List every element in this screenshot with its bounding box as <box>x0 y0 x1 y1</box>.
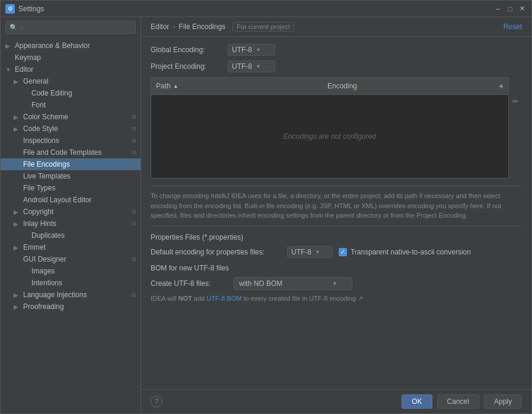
sidebar-item-intentions[interactable]: Intentions <box>1 277 141 289</box>
sidebar-item-proofreading[interactable]: ▶ Proofreading <box>1 301 141 313</box>
table-col-path: Path ▲ <box>151 81 323 91</box>
pencil-icon[interactable]: ✏ <box>511 96 520 107</box>
sidebar-item-color-scheme[interactable]: ▶ Color Scheme ⧉ <box>1 111 141 123</box>
sidebar-item-code-editing[interactable]: Code Editing <box>1 87 141 99</box>
sidebar-item-label: Language Injections <box>23 291 87 299</box>
sidebar-item-android-layout[interactable]: Android Layout Editor <box>1 194 141 206</box>
dropdown-arrow-icon: ▼ <box>256 47 261 53</box>
note-suffix: to every created file in UTF-8 encoding … <box>241 295 363 302</box>
sidebar-item-code-style[interactable]: ▶ Code Style ⧉ <box>1 123 141 135</box>
sidebar-item-emmet[interactable]: ▶ Emmet <box>1 241 141 253</box>
transparent-checkbox[interactable]: ✓ <box>339 248 347 256</box>
info-text: To change encoding IntelliJ IDEA uses fo… <box>151 186 522 226</box>
sidebar-item-inspections[interactable]: Inspections ⧉ <box>1 135 141 147</box>
global-encoding-row: Global Encoding: UTF-8 ▼ <box>151 44 522 56</box>
bom-link[interactable]: UTF-8 BOM <box>206 295 241 302</box>
dropdown-arrow-icon: ▼ <box>332 281 337 286</box>
sidebar-item-label: Copyright <box>23 208 53 216</box>
note-prefix: IDEA will <box>151 295 178 302</box>
copy-icon: ⧉ <box>132 208 136 215</box>
encoding-table-container: Path ▲ Encoding + Encodings are not c <box>151 77 522 186</box>
minimize-button[interactable]: ─ <box>493 4 503 14</box>
ok-button[interactable]: OK <box>402 394 432 409</box>
sidebar-item-label: Duplicates <box>31 231 65 240</box>
sidebar-item-file-types[interactable]: File Types <box>1 182 141 194</box>
table-header: Path ▲ Encoding + <box>151 78 508 95</box>
sidebar-item-gui-designer[interactable]: GUI Designer ⧉ <box>1 253 141 265</box>
footer: ? OK Cancel Apply <box>141 389 531 413</box>
sidebar-item-label: Keymap <box>15 53 41 62</box>
sidebar-item-keymap[interactable]: Keymap <box>1 52 141 63</box>
project-badge: For current project <box>232 22 294 31</box>
copy-icon: ⧉ <box>132 291 136 298</box>
expand-icon: ▶ <box>14 292 22 298</box>
sidebar-item-font[interactable]: Font <box>1 99 141 111</box>
expand-icon: ▶ <box>5 43 14 49</box>
cancel-button[interactable]: Cancel <box>437 394 479 409</box>
panel-body: Global Encoding: UTF-8 ▼ Project Encodin… <box>141 37 531 389</box>
sidebar-item-editor[interactable]: ▼ Editor <box>1 63 141 75</box>
search-box[interactable]: 🔍 <box>5 21 136 34</box>
sidebar-item-label: Android Layout Editor <box>23 196 91 204</box>
encoding-label: Encoding <box>327 82 357 90</box>
sidebar-item-language-injections[interactable]: ▶ Language Injections ⧉ <box>1 289 141 301</box>
sidebar-item-inlay-hints[interactable]: ▶ Inlay Hints ⧉ <box>1 218 141 230</box>
reset-button[interactable]: Reset <box>504 23 522 31</box>
sidebar-item-live-templates[interactable]: Live Templates <box>1 170 141 182</box>
expand-icon: ▶ <box>14 304 22 310</box>
title-bar: ⚙ Settings ─ □ ✕ <box>1 1 531 17</box>
sidebar-item-label: Proofreading <box>23 302 64 311</box>
expand-icon: ▶ <box>14 209 22 215</box>
project-encoding-row: Project Encoding: UTF-8 ▼ <box>151 60 522 72</box>
sidebar-item-label: Code Style <box>23 125 58 133</box>
copy-icon: ⧉ <box>132 161 136 168</box>
maximize-button[interactable]: □ <box>505 4 515 14</box>
sidebar-item-general[interactable]: ▶ General <box>1 75 141 87</box>
global-encoding-dropdown[interactable]: UTF-8 ▼ <box>228 44 275 56</box>
sidebar-item-label: Code Editing <box>31 89 72 97</box>
sidebar-item-appearance[interactable]: ▶ Appearance & Behavior <box>1 40 141 52</box>
sidebar-item-duplicates[interactable]: Duplicates <box>1 230 141 241</box>
expand-icon: ▶ <box>14 244 22 251</box>
dropdown-arrow-icon: ▼ <box>256 63 261 69</box>
copy-icon: ⧉ <box>132 137 136 144</box>
project-encoding-dropdown[interactable]: UTF-8 ▼ <box>228 60 275 72</box>
bom-note: IDEA will NOT add UTF-8 BOM to every cre… <box>151 295 522 302</box>
encoding-table: Path ▲ Encoding + Encodings are not c <box>151 77 509 179</box>
main-content: 🔍 ▶ Appearance & Behavior Keymap ▼ Edito… <box>1 17 531 413</box>
sidebar-item-file-encodings[interactable]: File Encodings ⧉ <box>1 158 141 170</box>
expand-icon: ▶ <box>14 221 22 227</box>
sidebar-item-copyright[interactable]: ▶ Copyright ⧉ <box>1 206 141 218</box>
sidebar-item-label: Intentions <box>31 279 62 287</box>
global-encoding-value: UTF-8 <box>232 46 252 54</box>
empty-table-text: Encodings are not configured <box>283 132 376 141</box>
search-icon: 🔍 <box>9 24 18 31</box>
transparent-checkbox-label: Transparent native-to-ascii conversion <box>351 248 471 256</box>
sidebar-item-label: Font <box>31 101 46 109</box>
bom-row: Create UTF-8 files: with NO BOM ▼ <box>151 277 522 290</box>
copy-icon: ⧉ <box>132 113 136 120</box>
properties-encoding-dropdown[interactable]: UTF-8 ▼ <box>287 246 333 258</box>
expand-icon: ▼ <box>5 66 14 73</box>
note-not: NOT <box>178 295 192 302</box>
copy-icon: ⧉ <box>132 149 136 156</box>
sidebar-item-images[interactable]: Images <box>1 265 141 277</box>
note-middle: add <box>192 295 206 302</box>
right-panel: Editor › File Encodings For current proj… <box>141 17 531 413</box>
sidebar-item-file-code-templates[interactable]: File and Code Templates ⧉ <box>1 147 141 158</box>
sidebar-item-label: Images <box>31 267 55 275</box>
path-label: Path <box>156 82 171 90</box>
table-col-encoding: Encoding <box>323 81 494 91</box>
global-encoding-label: Global Encoding: <box>151 46 228 54</box>
add-encoding-button[interactable]: + <box>495 80 507 92</box>
table-body: Encodings are not configured <box>151 95 508 178</box>
help-button[interactable]: ? <box>151 396 163 407</box>
sidebar-item-label: Color Scheme <box>23 113 68 121</box>
search-input[interactable] <box>20 23 132 31</box>
close-button[interactable]: ✕ <box>517 4 527 14</box>
expand-icon: ▶ <box>14 114 22 120</box>
apply-button[interactable]: Apply <box>484 394 522 409</box>
sidebar-item-label: File Encodings <box>23 160 70 168</box>
bom-create-dropdown[interactable]: with NO BOM ▼ <box>234 277 352 290</box>
expand-icon: ▶ <box>14 78 22 85</box>
